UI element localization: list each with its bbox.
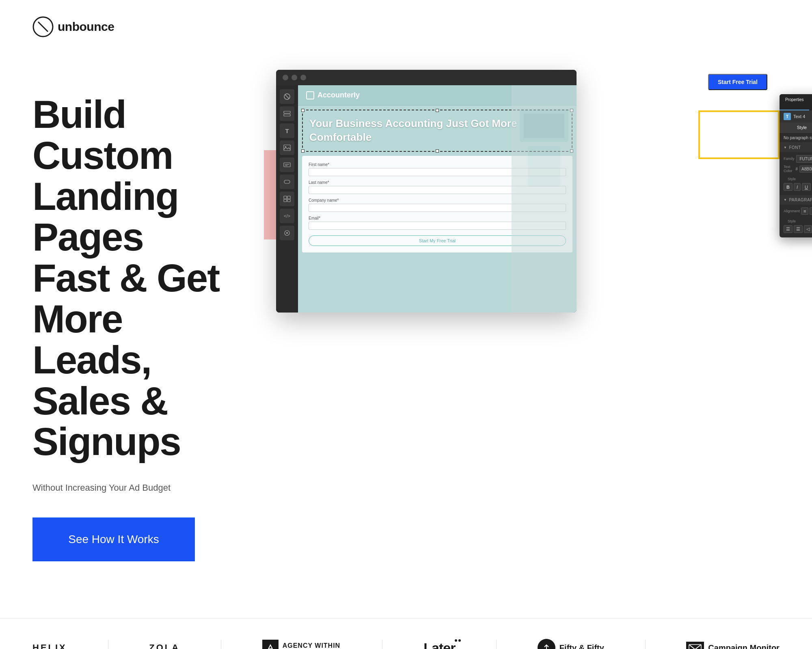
paragraph-style-value: No paragraph style [784, 136, 812, 140]
text-color-input[interactable] [799, 166, 812, 172]
svg-point-17 [286, 232, 288, 234]
svg-line-3 [285, 95, 289, 99]
see-how-it-works-button[interactable]: See How It Works [32, 517, 195, 561]
svg-rect-5 [284, 114, 290, 116]
logo[interactable]: unbounce [32, 16, 114, 37]
partner-helix: HELIX [32, 643, 67, 649]
alignment-row: Alignment ≡ ≡ ≡ Line spacing ▼ [784, 207, 812, 215]
text-color-row: Text Color # Background [784, 165, 812, 173]
logo-text: unbounce [58, 20, 114, 34]
partner-later: Later [423, 640, 455, 649]
partner-fifty-fifty: Fifty & Fifty [538, 639, 604, 649]
hero-left: Build Custom Landing Pages Fast & Get Mo… [32, 78, 244, 561]
sidebar-tool-code[interactable]: </> [280, 209, 294, 223]
partners-bar: HELIX ZOLA AGENCY WITHIN YOUR IN-HOUSE A… [0, 618, 812, 649]
svg-rect-20 [528, 146, 560, 187]
handle-bm [436, 149, 439, 153]
editor-canvas: Accounterly [298, 85, 577, 313]
font-family-row: Family FUTURA ▼ Size (px) ▼ [784, 155, 812, 163]
svg-rect-15 [287, 199, 290, 202]
paragraph-controls: Alignment ≡ ≡ ≡ Line spacing ▼ Style ☰ ☰… [780, 205, 812, 237]
accounterly-name: Accounterly [317, 91, 360, 99]
svg-rect-13 [287, 196, 290, 199]
browser-titlebar [276, 70, 577, 85]
panel-tab-properties[interactable]: Properties [780, 94, 809, 110]
svg-rect-19 [524, 114, 564, 138]
yellow-accent [698, 110, 780, 159]
align-center-button[interactable]: ≡ [810, 207, 812, 215]
panel-tab-page-properties[interactable]: Page Properties [809, 94, 812, 110]
font-family-select[interactable]: FUTURA [796, 155, 812, 163]
editor-body: T </> [276, 85, 577, 313]
alignment-label: Alignment [784, 209, 800, 213]
font-section-label: FONT [789, 145, 801, 150]
style-tab[interactable]: Style [780, 123, 812, 132]
campaign-monitor-name: Campaign Monitor [708, 643, 780, 649]
zola-name: ZOLA [149, 643, 180, 649]
svg-rect-11 [284, 180, 290, 183]
fifty-name: Fifty & Fifty [559, 643, 604, 649]
agency-text: AGENCY WITHIN YOUR IN-HOUSE AGENCY [283, 642, 341, 649]
divider-5 [645, 640, 646, 649]
list-ordered-button[interactable]: ☰ [794, 225, 803, 233]
svg-rect-14 [284, 199, 287, 202]
font-chevron: ▼ [784, 146, 787, 149]
unbounce-logo-icon [32, 16, 54, 37]
paragraph-section-label: PARAGRAPH [789, 198, 812, 202]
sidebar-tool-widget[interactable] [280, 192, 294, 206]
divider-2 [221, 640, 221, 649]
accounterly-logo-icon [306, 91, 314, 99]
font-section-header: ▼ FONT [780, 143, 812, 152]
text-style-buttons: B I U S ✓ ↩ [784, 183, 812, 191]
later-dots-container [455, 639, 461, 642]
sidebar-tool-text[interactable]: T [280, 123, 294, 138]
svg-rect-6 [284, 145, 290, 151]
sidebar-tool-logo[interactable] [280, 89, 294, 104]
canvas-bg-image [512, 85, 577, 313]
editor-sidebar: T </> [276, 85, 298, 313]
svg-rect-4 [284, 111, 290, 113]
bold-button[interactable]: B [784, 183, 793, 191]
partner-agency-within: AGENCY WITHIN YOUR IN-HOUSE AGENCY [262, 640, 341, 649]
partner-zola: ZOLA [149, 643, 180, 649]
canvas-content: Your Business Accounting Just Got More C… [298, 106, 577, 313]
svg-rect-23 [689, 645, 701, 649]
svg-line-1 [38, 22, 48, 32]
hero-section: Build Custom Landing Pages Fast & Get Mo… [0, 54, 812, 594]
paragraph-style-dropdown[interactable]: No paragraph style ⋮ [780, 133, 812, 143]
handle-tm [436, 109, 439, 112]
divider-1 [108, 640, 108, 649]
handle-tl [301, 109, 304, 112]
sidebar-tool-image[interactable] [280, 140, 294, 155]
font-family-label: Family [784, 157, 795, 161]
partner-campaign-monitor: Campaign Monitor [686, 642, 780, 649]
divider-4 [496, 640, 497, 649]
browser-dot-yellow [292, 75, 297, 80]
start-free-trial-button[interactable]: Start Free Trial [708, 74, 767, 90]
browser-window: T </> [276, 70, 577, 313]
indent-left-button[interactable]: ◁ [804, 225, 812, 233]
underline-button[interactable]: U [802, 183, 811, 191]
sidebar-tool-form[interactable] [280, 157, 294, 172]
list-unordered-button[interactable]: ☰ [784, 225, 793, 233]
campaign-monitor-icon [686, 642, 704, 649]
properties-panel: Properties Page Properties Goals T Text … [780, 94, 812, 237]
svg-rect-8 [284, 163, 290, 167]
svg-point-7 [285, 146, 286, 147]
later-name: Later [423, 640, 455, 649]
helix-name: HELIX [32, 643, 67, 649]
paragraph-chevron: ▼ [784, 198, 787, 202]
sidebar-tool-sections[interactable] [280, 106, 294, 121]
text-color-label: Text Color [784, 165, 793, 173]
divider-3 [382, 640, 382, 649]
sidebar-tool-button[interactable] [280, 175, 294, 189]
style-label-row: Style [784, 175, 812, 183]
align-left-button[interactable]: ≡ [801, 207, 808, 215]
hash-symbol: # [796, 167, 798, 171]
italic-button[interactable]: I [794, 183, 801, 191]
fifty-icon [538, 639, 555, 649]
sidebar-tool-extra1[interactable] [280, 226, 294, 240]
later-dot-2 [458, 639, 461, 642]
element-type-icon: T [784, 113, 791, 120]
header: unbounce [0, 0, 812, 54]
